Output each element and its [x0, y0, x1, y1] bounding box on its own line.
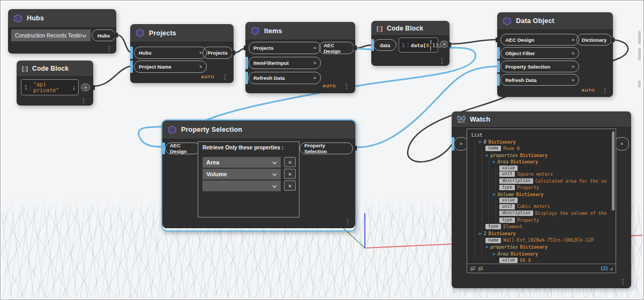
expand-chevron-icon[interactable]: >	[485, 244, 488, 251]
output-port-hubs[interactable]: Hubs	[92, 29, 116, 41]
input-port-itemfilterinput[interactable]: ItemFilterInput>	[249, 57, 321, 69]
node-code-block-2-header[interactable]: [|] Code Block	[371, 21, 450, 36]
output-connector[interactable]	[354, 46, 357, 50]
more-options-icon[interactable]: ⋮	[602, 88, 608, 94]
hubs-dropdown[interactable]: Construction Records Testing	[11, 29, 91, 41]
input-port-property-selection[interactable]: Property Selection>	[500, 61, 579, 72]
expand-chevron-icon[interactable]: >	[478, 230, 481, 237]
more-options-icon[interactable]: ⋮	[343, 84, 350, 89]
node-code-block-2[interactable]: [|] Code Block data 1 data[0][1]; > ⋮	[371, 21, 450, 66]
output-port-projects[interactable]: Projects	[203, 47, 233, 59]
code-editor[interactable]: 1 "api private";	[21, 79, 79, 95]
watch-tree-row: value	[470, 198, 609, 203]
node-code-block-1-header[interactable]: [|] Code Block	[17, 61, 93, 77]
input-port-aec-design[interactable]: AEC Design>	[500, 34, 579, 46]
more-options-icon[interactable]: ⋮	[620, 279, 626, 285]
more-options-icon[interactable]: ⋮	[345, 219, 351, 225]
watch-tree-row: List	[470, 132, 609, 139]
node-hubs-header[interactable]: Hubs	[8, 9, 116, 28]
watch-tree-row: value	[470, 166, 609, 171]
input-port-aec-design[interactable]: AEC Design	[165, 142, 200, 154]
node-projects[interactable]: Projects Hubs> Project Name> Projects AU…	[130, 24, 234, 83]
node-data-object-header[interactable]: Data Object	[497, 12, 613, 30]
key-chip: description	[499, 211, 533, 216]
more-options-icon[interactable]: ⋮	[439, 58, 445, 64]
watch-tree-row: typeElement	[470, 223, 609, 230]
canvas-scrollbar-segment[interactable]	[638, 48, 641, 61]
output-connector[interactable]	[232, 50, 235, 55]
output-port-property-selection[interactable]: Property Selection	[299, 142, 353, 154]
node-watch[interactable]: ab12 Watch > > List>0DictionarynameRoom …	[452, 111, 631, 288]
node-property-selection[interactable]: Property Selection AEC Design Retrieve O…	[161, 119, 356, 231]
watch-output-port[interactable]: >	[615, 137, 629, 151]
output-port-codeblock1[interactable]: >	[81, 84, 90, 91]
input-port-refresh-data[interactable]: Refresh Data>	[500, 74, 579, 86]
node-title: Data Object	[516, 17, 555, 25]
watch-tree-row: unitSquare meters	[470, 171, 609, 178]
input-connector[interactable]	[244, 46, 247, 50]
property-dropdown-1[interactable]: Area	[203, 157, 281, 168]
output-connector[interactable]	[448, 42, 451, 47]
output-connector[interactable]	[92, 85, 95, 90]
input-port-object-filter[interactable]: Object Filter>	[500, 47, 579, 59]
input-connector[interactable]	[496, 38, 499, 42]
watch-tree-panel[interactable]: List>0DictionarynameRoom 0>propertiesDic…	[467, 129, 616, 273]
input-port-refresh-data[interactable]: Refresh Data>	[249, 72, 321, 84]
node-projects-header[interactable]: Projects	[130, 24, 234, 42]
node-items[interactable]: Items Projects> ItemFilterInput> Refresh…	[245, 22, 355, 93]
package-icon	[168, 125, 177, 134]
more-options-icon[interactable]: ⋮	[222, 74, 228, 80]
more-options-icon[interactable]: ⋮	[80, 98, 87, 104]
watch-tree-rows: List>0DictionarynameRoom 0>propertiesDic…	[470, 132, 609, 263]
output-port-codeblock2[interactable]: >	[440, 41, 448, 48]
canvas-scrollbar-segment[interactable]	[638, 31, 641, 44]
expand-chevron-icon[interactable]: >	[492, 251, 495, 258]
input-port-data[interactable]: data	[373, 39, 396, 51]
node-code-block-1[interactable]: [|] Code Block 1 "api private"; > ⋮	[17, 61, 93, 106]
node-items-header[interactable]: Items	[245, 22, 355, 40]
property-dropdown-2[interactable]: Volume	[203, 169, 281, 179]
node-data-object[interactable]: Data Object AEC Design> Object Filter> P…	[497, 12, 613, 97]
expand-chevron-icon[interactable]: >	[492, 159, 495, 166]
wire-codeblock2-to-dataobject[interactable]	[448, 40, 497, 44]
list-depth-label: @2 @1	[470, 266, 483, 271]
watch-input-port[interactable]: >	[454, 137, 468, 151]
canvas-scrollbar-segment[interactable]	[638, 80, 641, 88]
remove-property-button-2[interactable]: ×	[284, 169, 296, 179]
node-watch-header[interactable]: ab12 Watch	[452, 111, 631, 128]
property-selection-panel: Retrieve Only these properties : Area × …	[198, 141, 299, 218]
wire-codeblock1-to-projects[interactable]	[93, 66, 133, 86]
watch-tree-row: descriptionDisplays the volume of the	[470, 210, 609, 217]
node-property-selection-header[interactable]: Property Selection	[162, 121, 355, 139]
default-value-marker	[130, 47, 133, 59]
watch-tree-row: nameWall-Ext_102Bwk-75Ins-100LBlk-12P	[470, 237, 609, 244]
lacing-label: AUTO	[201, 74, 214, 79]
output-connector[interactable]	[611, 38, 615, 42]
expand-chevron-icon[interactable]: >	[478, 139, 481, 146]
code-editor[interactable]: 1 data[0][1];	[399, 38, 438, 52]
code-block-icon: [|]	[377, 25, 383, 32]
more-options-icon[interactable]: ⋮	[106, 46, 113, 52]
dynamo-canvas[interactable]: Hubs Construction Records Testing Hubs ⋮…	[2, 2, 642, 298]
default-value-marker	[497, 61, 500, 72]
output-connector[interactable]	[115, 33, 118, 38]
default-value-marker	[497, 47, 500, 59]
expand-chevron-icon[interactable]: >	[485, 152, 488, 159]
key-chip: value	[499, 258, 518, 263]
key-chip: name	[485, 238, 501, 243]
remove-property-button-1[interactable]: ×	[284, 157, 296, 167]
input-port-hubs[interactable]: Hubs>	[134, 47, 207, 59]
resize-handle-icon[interactable]: ◢	[610, 266, 612, 271]
remove-property-button-3[interactable]: ×	[284, 181, 296, 191]
output-port-dictionary[interactable]: Dictionary	[576, 34, 612, 46]
node-hubs[interactable]: Hubs Construction Records Testing Hubs ⋮	[8, 9, 116, 54]
output-port-aec-design[interactable]: AEC Design	[319, 42, 354, 54]
key-chip: type	[499, 218, 515, 223]
output-connector[interactable]	[354, 146, 357, 151]
code-text: "api private"	[33, 81, 72, 93]
property-dropdown-3[interactable]	[203, 181, 281, 191]
input-port-project-name[interactable]: Project Name>	[134, 61, 207, 73]
expand-chevron-icon[interactable]: >	[492, 191, 495, 198]
watch-scrollbar[interactable]	[612, 131, 615, 211]
input-port-projects[interactable]: Projects>	[249, 42, 321, 54]
